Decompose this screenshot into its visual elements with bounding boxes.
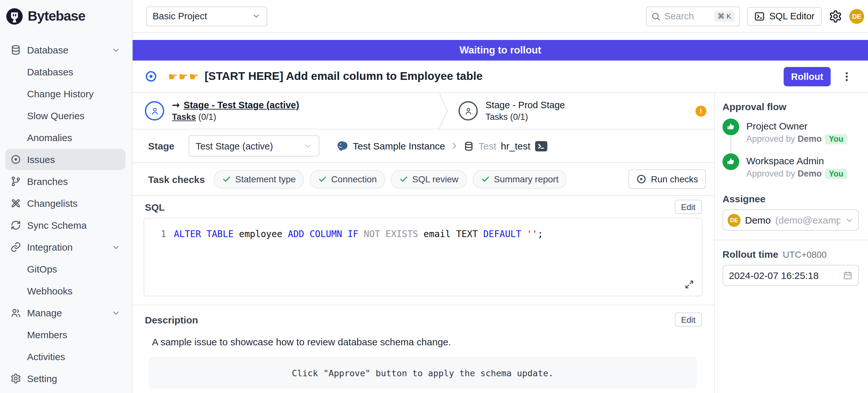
search-input[interactable]: Search ⌘ K xyxy=(646,6,740,26)
sidebar-item-branches[interactable]: Branches xyxy=(5,171,126,192)
run-checks-button[interactable]: Run checks xyxy=(628,170,706,189)
description-label: Description xyxy=(145,314,198,325)
database-icon xyxy=(464,141,474,151)
chevron-down-icon xyxy=(112,308,120,317)
sql-edit-button[interactable]: Edit xyxy=(675,200,702,214)
sidebar-item-activities[interactable]: Activities xyxy=(5,346,126,367)
stage-prod-labels: Stage - Prod Stage Tasks (0/1) xyxy=(486,100,565,122)
main-area: Basic Project Search ⌘ K SQL Editor DE W… xyxy=(133,0,868,393)
stage-pipeline: →Stage - Test Stage (active) Tasks (0/1)… xyxy=(133,93,714,129)
issue-title-row: ☛☛☛ [START HERE] Add email column to Emp… xyxy=(133,61,868,93)
description-section: Description Edit A sample issue to showc… xyxy=(133,305,714,389)
main-column: →Stage - Test Stage (active) Tasks (0/1)… xyxy=(133,93,714,393)
approval-status: Approved by DemoYou xyxy=(746,134,847,144)
sidebar-item-label: Slow Queries xyxy=(27,110,120,121)
more-options-icon[interactable] xyxy=(841,70,852,82)
database-link[interactable]: hr_test xyxy=(501,141,531,151)
sidebar-item-setting[interactable]: Setting xyxy=(5,368,126,389)
check-icon xyxy=(481,175,490,184)
bytebase-logo-icon xyxy=(6,7,23,25)
branch-icon xyxy=(10,176,21,187)
approved-thumbs-up-icon xyxy=(722,153,739,170)
stage-label: Stage xyxy=(148,141,175,151)
rollout-button[interactable]: Rollout xyxy=(784,67,831,86)
task-check-statement-type[interactable]: Statement type xyxy=(214,170,304,188)
stage-test[interactable]: →Stage - Test Stage (active) Tasks (0/1) xyxy=(133,93,438,129)
status-banner: Waiting to rollout xyxy=(133,40,868,61)
sidebar-item-label: Manage xyxy=(27,307,105,318)
sidebar-item-label: Databases xyxy=(27,66,120,77)
open-sql-editor-icon[interactable] xyxy=(535,141,547,151)
approval-step-project-owner: Project OwnerApproved by DemoYou xyxy=(722,119,859,153)
sidebar: Bytebase DatabaseDatabasesChange History… xyxy=(0,0,133,393)
logo[interactable]: Bytebase xyxy=(0,0,132,32)
approval-role: Workspace Admin xyxy=(746,153,847,166)
sidebar-item-label: Webhooks xyxy=(27,285,120,296)
database-icon xyxy=(10,44,21,55)
sidebar-item-gitops[interactable]: GitOps xyxy=(5,259,126,280)
project-select[interactable]: Basic Project xyxy=(146,6,267,26)
changelist-icon xyxy=(10,198,21,209)
sidebar-item-slow-queries[interactable]: Slow Queries xyxy=(5,105,126,126)
sidebar-item-integration[interactable]: Integration xyxy=(5,237,126,258)
warning-icon: ! xyxy=(695,105,706,116)
issue-icon xyxy=(10,154,21,165)
pointing-right-emoji-icon: ☛☛☛ xyxy=(168,70,199,83)
rollout-time-title: Rollout time xyxy=(722,249,778,260)
stage-person-icon xyxy=(459,101,478,120)
chevron-down-icon xyxy=(112,46,120,55)
stage-select-value: Test Stage (active) xyxy=(196,141,273,151)
expand-icon[interactable] xyxy=(684,280,694,289)
panel-divider xyxy=(715,240,868,240)
sidebar-item-manage[interactable]: Manage xyxy=(5,302,126,324)
chevron-down-icon xyxy=(303,142,312,150)
instance-link[interactable]: Test Sample Instance xyxy=(353,141,445,151)
environment-label: Test xyxy=(479,141,496,151)
rollout-time-value: 2024-02-07 16:25:18 xyxy=(729,270,819,281)
task-check-label: Summary report xyxy=(494,174,559,184)
task-check-connection[interactable]: Connection xyxy=(310,170,385,188)
users-icon xyxy=(10,307,21,318)
sql-editor-button[interactable]: SQL Editor xyxy=(747,7,822,26)
sidebar-item-sync-schema[interactable]: Sync Schema xyxy=(5,215,126,236)
approved-thumbs-up-icon xyxy=(722,119,739,135)
assignee-title: Assignee xyxy=(722,193,859,204)
sidebar-item-anomalies[interactable]: Anomalies xyxy=(5,127,126,148)
bytebase-app: Bytebase DatabaseDatabasesChange History… xyxy=(0,0,868,393)
sidebar-item-change-history[interactable]: Change History xyxy=(5,83,126,104)
approval-flow-title: Approval flow xyxy=(722,101,859,112)
search-placeholder: Search xyxy=(664,11,710,21)
sidebar-item-database[interactable]: Database xyxy=(5,39,126,61)
sidebar-item-databases[interactable]: Databases xyxy=(5,61,126,83)
task-check-summary-report[interactable]: Summary report xyxy=(473,170,567,188)
check-icon xyxy=(318,175,328,184)
play-circle-icon xyxy=(636,174,647,184)
user-avatar[interactable]: DE xyxy=(849,9,864,24)
link-icon xyxy=(10,242,21,252)
sidebar-item-webhooks[interactable]: Webhooks xyxy=(5,280,126,302)
rollout-time-input[interactable]: 2024-02-07 16:25:18 xyxy=(722,265,859,286)
settings-gear-icon[interactable] xyxy=(829,9,842,23)
issue-sidebar: Approval flow Project OwnerApproved by D… xyxy=(714,93,868,393)
description-edit-button[interactable]: Edit xyxy=(675,312,702,327)
database-breadcrumb: Test Sample Instance Test hr_test xyxy=(336,140,547,152)
sql-statement: ALTER TABLE employee ADD COLUMN IF NOT E… xyxy=(174,228,543,240)
assignee-select[interactable]: DE Demo (demo@example xyxy=(722,209,859,231)
sidebar-item-members[interactable]: Members xyxy=(5,324,126,345)
sidebar-item-changelists[interactable]: Changelists xyxy=(5,193,126,214)
task-checks-row: Task checks Statement typeConnectionSQL … xyxy=(133,163,714,196)
stage-prod[interactable]: Stage - Prod Stage Tasks (0/1) ! xyxy=(448,93,714,129)
stage-prod-tasks-count: (0/1) xyxy=(510,112,528,122)
task-check-sql-review[interactable]: SQL review xyxy=(391,170,467,188)
check-icon xyxy=(222,175,231,184)
stage-select[interactable]: Test Stage (active) xyxy=(189,135,319,156)
stage-test-tasks-label: Tasks xyxy=(172,112,196,122)
stage-test-name: Stage - Test Stage (active) xyxy=(184,100,299,110)
search-shortcut-badge: ⌘ K xyxy=(714,11,734,22)
line-number: 1 xyxy=(144,228,174,240)
sidebar-item-issues[interactable]: Issues xyxy=(5,149,126,170)
sidebar-item-label: Members xyxy=(27,329,120,340)
sql-editor[interactable]: 1 ALTER TABLE employee ADD COLUMN IF NOT… xyxy=(144,218,703,296)
approval-step-workspace-admin: Workspace AdminApproved by DemoYou xyxy=(722,153,859,188)
rollout-timezone: UTC+0800 xyxy=(783,249,827,260)
